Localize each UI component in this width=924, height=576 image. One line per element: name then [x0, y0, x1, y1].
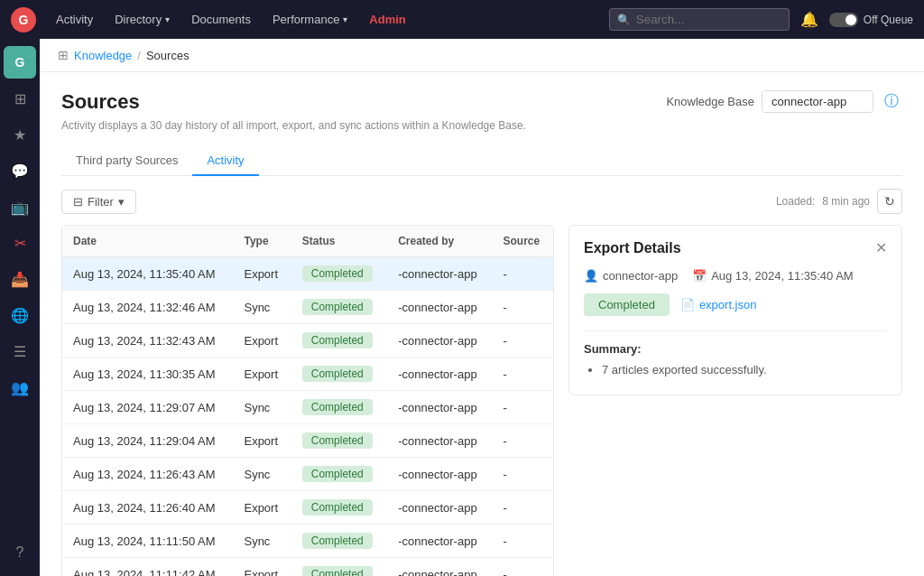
- nav-activity[interactable]: Activity: [47, 9, 102, 30]
- table-row[interactable]: Aug 13, 2024, 11:29:04 AM Export Complet…: [62, 424, 553, 458]
- app-layout: G ⊞ ★ 💬 📺 ✂ 📥 🌐 ☰ 👥 ? ⊞ Knowledge / Sour…: [0, 39, 924, 576]
- filter-icon: ⊟: [73, 195, 83, 209]
- cell-status: Completed: [291, 324, 387, 358]
- summary-title: Summary:: [584, 342, 887, 356]
- cell-status: Completed: [291, 358, 387, 391]
- table-row[interactable]: Aug 13, 2024, 11:26:40 AM Export Complet…: [62, 491, 553, 525]
- cell-created-by: -connector-app: [387, 491, 492, 525]
- nav-directory[interactable]: Directory ▾: [106, 9, 179, 30]
- breadcrumb-grid-icon[interactable]: ⊞: [58, 48, 69, 62]
- cell-created-by: -connector-app: [387, 424, 492, 458]
- table-row[interactable]: Aug 13, 2024, 11:32:46 AM Sync Completed…: [62, 291, 553, 324]
- cell-status: Completed: [291, 558, 387, 577]
- cell-date: Aug 13, 2024, 11:11:42 AM: [62, 558, 233, 577]
- loaded-info: Loaded: 8 min ago ↻: [776, 189, 902, 214]
- breadcrumb: ⊞ Knowledge / Sources: [40, 39, 924, 72]
- chat-icon[interactable]: 💬: [4, 154, 36, 187]
- col-source: Source: [492, 226, 553, 257]
- directory-chevron-icon: ▾: [165, 14, 170, 24]
- help-icon[interactable]: ?: [4, 536, 36, 569]
- panel-divider: [584, 330, 887, 331]
- col-date: Date: [62, 226, 233, 257]
- queue-label: Off Queue: [864, 14, 913, 26]
- reload-button[interactable]: ↻: [877, 189, 902, 214]
- export-details-panel: Export Details ✕ 👤 connector-app 📅 Aug 1…: [568, 225, 902, 395]
- kb-select[interactable]: connector-app: [762, 91, 873, 112]
- notification-icon[interactable]: 🔔: [793, 11, 826, 28]
- home-icon[interactable]: ⊞: [4, 82, 36, 115]
- filter-button[interactable]: ⊟ Filter ▾: [61, 190, 136, 214]
- nav-performance[interactable]: Performance ▾: [263, 9, 356, 30]
- cell-created-by: -connector-app: [387, 358, 492, 391]
- globe-icon[interactable]: 🌐: [4, 299, 36, 331]
- tab-activity[interactable]: Activity: [192, 146, 258, 176]
- queue-toggle[interactable]: [829, 13, 858, 27]
- user-avatar[interactable]: G: [4, 46, 36, 79]
- table-row[interactable]: Aug 13, 2024, 11:29:07 AM Sync Completed…: [62, 391, 553, 424]
- cell-type: Sync: [233, 525, 291, 558]
- cell-source: -: [492, 358, 553, 391]
- cell-source: -: [492, 558, 553, 577]
- cell-date: Aug 13, 2024, 11:26:40 AM: [62, 491, 233, 525]
- scissors-icon[interactable]: ✂: [4, 227, 36, 259]
- cell-source: -: [492, 257, 553, 291]
- kb-select-wrap: connector-app: [762, 90, 873, 113]
- cell-date: Aug 13, 2024, 11:30:35 AM: [62, 358, 233, 391]
- table-row[interactable]: Aug 13, 2024, 11:32:43 AM Export Complet…: [62, 324, 553, 358]
- file-icon: 📄: [680, 298, 695, 311]
- nav-documents[interactable]: Documents: [182, 9, 260, 30]
- cell-created-by: -connector-app: [387, 458, 492, 491]
- tab-bar: Third party Sources Activity: [61, 146, 902, 176]
- performance-chevron-icon: ▾: [343, 14, 347, 24]
- kb-info-icon[interactable]: ⓘ: [881, 92, 902, 111]
- top-nav: G Activity Directory ▾ Documents Perform…: [0, 0, 924, 39]
- search-input[interactable]: [636, 13, 781, 26]
- breadcrumb-knowledge[interactable]: Knowledge: [74, 49, 132, 62]
- cell-created-by: -connector-app: [387, 558, 492, 577]
- table-row[interactable]: Aug 13, 2024, 11:11:50 AM Sync Completed…: [62, 525, 553, 558]
- cell-created-by: -connector-app: [387, 525, 492, 558]
- meta-date: 📅 Aug 13, 2024, 11:35:40 AM: [692, 269, 854, 283]
- close-panel-button[interactable]: ✕: [875, 241, 887, 255]
- cell-source: -: [492, 391, 553, 424]
- table-row[interactable]: Aug 13, 2024, 11:26:43 AM Sync Completed…: [62, 458, 553, 491]
- breadcrumb-separator: /: [137, 49, 141, 62]
- nav-search-box[interactable]: 🔍: [609, 8, 790, 31]
- breadcrumb-sources: Sources: [146, 49, 189, 62]
- inbox-icon[interactable]: 📥: [4, 263, 36, 295]
- page-description: Activity displays a 30 day history of al…: [61, 119, 902, 132]
- video-icon[interactable]: 📺: [4, 190, 36, 223]
- cell-source: -: [492, 458, 553, 491]
- list-icon[interactable]: ☰: [4, 335, 36, 367]
- users-icon[interactable]: 👥: [4, 371, 36, 404]
- app-logo[interactable]: G: [11, 7, 36, 33]
- cell-created-by: -connector-app: [387, 324, 492, 358]
- file-label: export.json: [699, 298, 757, 311]
- cell-type: Sync: [233, 391, 291, 424]
- table-row[interactable]: Aug 13, 2024, 11:35:40 AM Export Complet…: [62, 257, 553, 291]
- queue-toggle-wrap: Off Queue: [829, 13, 913, 27]
- cell-status: Completed: [291, 257, 387, 291]
- loaded-label: Loaded:: [776, 195, 815, 208]
- page-header-row: Sources Knowledge Base connector-app ⓘ: [61, 90, 902, 114]
- cell-created-by: -connector-app: [387, 391, 492, 424]
- export-status-row: Completed 📄 export.json: [584, 293, 887, 316]
- col-type: Type: [233, 226, 291, 257]
- export-meta: 👤 connector-app 📅 Aug 13, 2024, 11:35:40…: [584, 269, 887, 283]
- user-icon: 👤: [584, 269, 598, 283]
- activity-table-wrap: Date Type Status Created by Source Aug 1…: [61, 225, 554, 576]
- star-icon[interactable]: ★: [4, 118, 36, 151]
- export-file-link[interactable]: 📄 export.json: [680, 298, 757, 311]
- cell-type: Sync: [233, 291, 291, 324]
- kb-selector: Knowledge Base connector-app ⓘ: [666, 90, 902, 113]
- cell-date: Aug 13, 2024, 11:32:46 AM: [62, 291, 233, 324]
- cell-type: Export: [233, 558, 291, 577]
- page-body: Sources Knowledge Base connector-app ⓘ A…: [40, 72, 924, 576]
- main-content: ⊞ Knowledge / Sources Sources Knowledge …: [40, 39, 924, 576]
- table-row[interactable]: Aug 13, 2024, 11:30:35 AM Export Complet…: [62, 358, 553, 391]
- cell-created-by: -connector-app: [387, 257, 492, 291]
- nav-admin[interactable]: Admin: [360, 9, 414, 30]
- table-row[interactable]: Aug 13, 2024, 11:11:42 AM Export Complet…: [62, 558, 553, 577]
- tab-third-party-sources[interactable]: Third party Sources: [61, 146, 192, 176]
- cell-source: -: [492, 491, 553, 525]
